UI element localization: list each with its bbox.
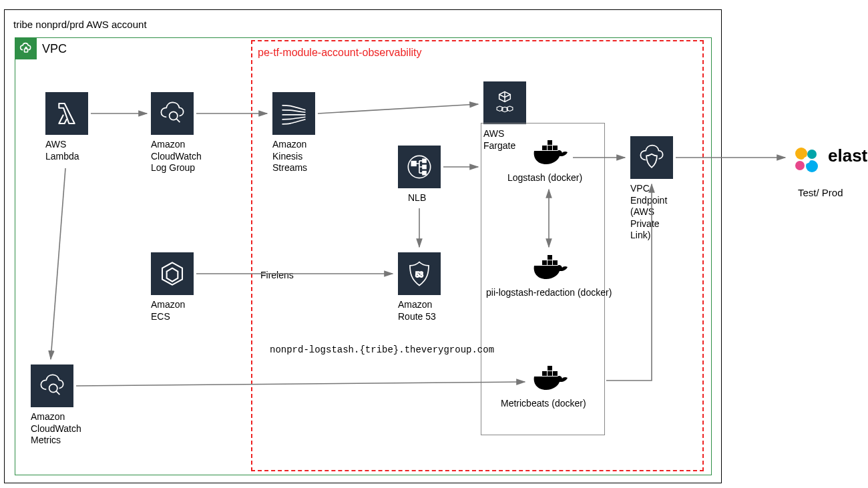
svg-text:53: 53 bbox=[415, 270, 423, 278]
cloudwatch-log-group-icon bbox=[151, 92, 194, 135]
svg-rect-14 bbox=[553, 146, 558, 150]
svg-rect-4 bbox=[423, 159, 426, 162]
svg-rect-3 bbox=[411, 162, 416, 166]
svg-rect-29 bbox=[548, 371, 552, 376]
kinesis-streams-icon bbox=[272, 92, 315, 135]
svg-rect-5 bbox=[423, 166, 426, 169]
observability-label: pe-tf-module-account-observability bbox=[258, 47, 421, 59]
logstash-label: Logstash (docker) bbox=[507, 172, 582, 184]
svg-point-35 bbox=[795, 161, 805, 170]
docker-metricbeats-icon bbox=[530, 362, 570, 394]
kinesis-streams-label: Amazon Kinesis Streams bbox=[272, 139, 307, 174]
svg-rect-12 bbox=[542, 146, 547, 150]
vpc-label: VPC bbox=[42, 42, 67, 56]
svg-rect-13 bbox=[548, 146, 552, 150]
svg-point-1 bbox=[170, 111, 178, 119]
svg-point-34 bbox=[807, 150, 817, 159]
svg-point-37 bbox=[803, 157, 810, 164]
amazon-ecs-icon bbox=[151, 252, 194, 295]
svg-rect-21 bbox=[548, 260, 552, 265]
svg-rect-31 bbox=[548, 366, 552, 371]
cloudwatch-metrics-label: Amazon CloudWatch Metrics bbox=[31, 411, 81, 447]
nlb-icon bbox=[398, 146, 441, 188]
svg-rect-30 bbox=[553, 371, 558, 376]
cloudwatch-metrics-icon bbox=[31, 364, 73, 407]
aws-lambda-label: AWS Lambda bbox=[45, 139, 79, 162]
vpc-endpoint-label: VPC Endpoint (AWS Private Link) bbox=[630, 183, 667, 242]
cloudwatch-log-group-label: Amazon CloudWatch Log Group bbox=[151, 139, 202, 174]
elastic-logo-icon bbox=[791, 144, 823, 176]
nlb-label: NLB bbox=[408, 192, 426, 204]
aws-account-label: tribe nonprd/prd AWS account bbox=[13, 19, 147, 30]
docker-pii-icon bbox=[530, 251, 570, 283]
svg-rect-23 bbox=[548, 255, 552, 260]
svg-rect-20 bbox=[542, 260, 547, 265]
logstash-domain-text: nonprd-logstash.{tribe}.theverygroup.com bbox=[270, 344, 494, 356]
route53-label: Amazon Route 53 bbox=[398, 299, 436, 322]
svg-rect-22 bbox=[553, 260, 558, 265]
elastic-name: elastic bbox=[828, 146, 868, 166]
vpc-endpoint-icon bbox=[630, 136, 673, 179]
elastic-env: Test/ Prod bbox=[798, 187, 843, 198]
firelens-label: Firelens bbox=[260, 270, 294, 282]
svg-rect-28 bbox=[542, 371, 547, 376]
svg-point-32 bbox=[49, 384, 57, 392]
aws-fargate-icon bbox=[483, 81, 526, 124]
docker-logstash-icon bbox=[530, 136, 570, 168]
svg-rect-6 bbox=[423, 172, 426, 175]
route53-icon: 53 bbox=[398, 252, 441, 295]
observability-box bbox=[251, 40, 704, 471]
metricbeats-label: Metricbeats (docker) bbox=[501, 398, 586, 410]
vpc-badge-icon bbox=[15, 38, 37, 59]
amazon-ecs-label: Amazon ECS bbox=[151, 299, 185, 322]
svg-rect-15 bbox=[548, 140, 552, 145]
svg-rect-0 bbox=[25, 49, 28, 52]
aws-lambda-icon bbox=[45, 92, 88, 135]
pii-label: pii-logstash-redaction (docker) bbox=[486, 287, 612, 299]
